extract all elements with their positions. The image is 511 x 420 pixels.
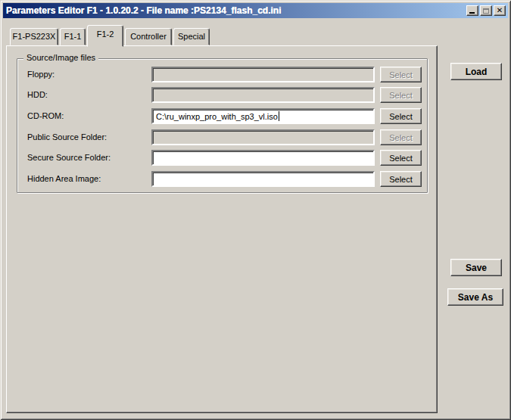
maximize-button[interactable] xyxy=(480,5,492,16)
hdd-select-button: Select xyxy=(380,87,422,103)
minimize-icon xyxy=(469,12,475,14)
public-source-folder-field xyxy=(151,129,375,145)
save-as-button[interactable]: Save As xyxy=(447,288,503,306)
tab-label: F1-PS223X xyxy=(13,32,56,41)
select-button-label: Select xyxy=(389,112,413,121)
tab-label: F1-2 xyxy=(97,30,114,39)
save-button[interactable]: Save xyxy=(450,259,502,276)
cdrom-select-button[interactable]: Select xyxy=(380,108,422,124)
secure-source-folder-field[interactable] xyxy=(151,150,375,166)
titlebar[interactable]: Parameters Editor F1 - 1.0.20.2 - File n… xyxy=(3,3,508,18)
select-button-label: Select xyxy=(389,154,413,163)
load-button[interactable]: Load xyxy=(450,63,502,80)
tab-label: Special xyxy=(178,32,205,41)
select-button-label: Select xyxy=(389,70,413,79)
select-button-label: Select xyxy=(389,91,413,100)
public-source-folder-select-button: Select xyxy=(380,129,422,145)
hidden-area-image-field[interactable] xyxy=(151,171,375,187)
cdrom-value: C:\ru_winxp_pro_with_sp3_vl.iso xyxy=(156,112,278,121)
text-caret xyxy=(279,111,279,121)
secure-source-folder-label: Secure Source Folder: xyxy=(27,153,111,162)
close-button[interactable]: ✕ xyxy=(494,5,506,16)
hidden-area-image-label: Hidden Area Image: xyxy=(27,174,101,183)
maximize-icon xyxy=(483,8,489,14)
close-icon: ✕ xyxy=(497,7,503,14)
titlebar-buttons: ✕ xyxy=(466,5,506,16)
tab-controller[interactable]: Controller xyxy=(125,28,172,45)
floppy-label: Floppy: xyxy=(27,70,55,79)
public-source-folder-label: Public Source Folder: xyxy=(27,132,107,142)
select-button-label: Select xyxy=(389,175,413,184)
save-as-button-label: Save As xyxy=(458,292,493,303)
tab-label: Controller xyxy=(130,32,167,41)
save-button-label: Save xyxy=(466,263,487,273)
hdd-field xyxy=(151,87,375,103)
tab-f1-1[interactable]: F1-1 xyxy=(60,28,86,45)
load-button-label: Load xyxy=(466,67,488,77)
floppy-select-button: Select xyxy=(380,67,422,82)
cdrom-field[interactable]: C:\ru_winxp_pro_with_sp3_vl.iso xyxy=(151,108,375,124)
tab-label: F1-1 xyxy=(64,32,82,41)
tab-special[interactable]: Special xyxy=(173,28,210,45)
select-button-label: Select xyxy=(389,133,413,142)
window-title: Parameters Editor F1 - 1.0.20.2 - File n… xyxy=(6,5,282,16)
minimize-button[interactable] xyxy=(466,5,478,16)
secure-source-folder-select-button[interactable]: Select xyxy=(380,150,422,166)
cdrom-label: CD-ROM: xyxy=(27,111,64,120)
groupbox-title: Source/Image files xyxy=(23,53,98,62)
tab-f1-2[interactable]: F1-2 xyxy=(87,25,123,47)
hdd-label: HDD: xyxy=(27,90,48,99)
hidden-area-image-select-button[interactable]: Select xyxy=(380,171,422,187)
tab-f1-ps223x[interactable]: F1-PS223X xyxy=(10,28,58,45)
parameters-editor-window: Parameters Editor F1 - 1.0.20.2 - File n… xyxy=(0,0,511,420)
floppy-field xyxy=(151,67,375,82)
